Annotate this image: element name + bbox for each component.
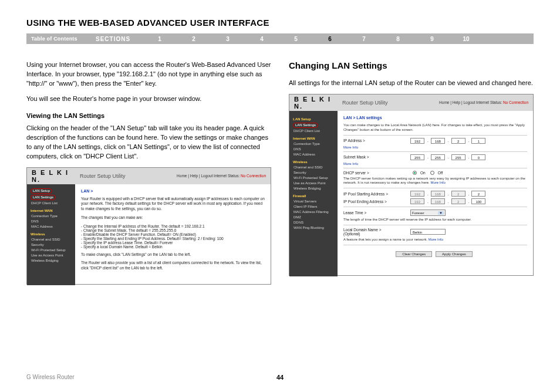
section-num-4[interactable]: 4 bbox=[245, 36, 279, 42]
sidebar-item[interactable]: Use as Access Point bbox=[31, 253, 75, 258]
internet-status: No Connection bbox=[503, 100, 528, 104]
sidebar-item[interactable]: Virtual Servers bbox=[293, 199, 338, 204]
sidebar-dhcp-list[interactable]: DHCP Client List bbox=[31, 201, 75, 206]
sidebar-wireless-header[interactable]: Wireless bbox=[293, 160, 338, 165]
pool-start-label: IP Pool Starting Address > bbox=[343, 192, 408, 196]
more-info-link[interactable]: More Info bbox=[343, 162, 527, 165]
sidebar-item[interactable]: MAC Address bbox=[31, 224, 75, 229]
sidebar-item[interactable]: Use as Access Point bbox=[293, 181, 338, 186]
section-nav: Table of Contents SECTIONS 1 2 3 4 5 6 7… bbox=[26, 33, 534, 44]
changes-list: Change the Internal IP address of the Ro… bbox=[81, 224, 265, 249]
sidebar-item[interactable]: Channel and SSID bbox=[293, 165, 338, 170]
header-links[interactable]: Home | Help | Logout Internet Status: No… bbox=[177, 174, 266, 178]
domain-desc: A feature that lets you assign a name to… bbox=[343, 238, 527, 242]
domain-name-input[interactable]: Belkin bbox=[410, 229, 446, 235]
more-info-link[interactable]: More Info bbox=[429, 238, 443, 241]
header-links[interactable]: Home | Help | Logout Internet Status: No… bbox=[439, 100, 528, 104]
breadcrumb: LAN > bbox=[81, 189, 265, 193]
tail-2: The Router will also provide you with a … bbox=[81, 261, 265, 271]
pool-end-label: IP Pool Ending Address > bbox=[343, 200, 408, 204]
internet-status: No Connection bbox=[241, 174, 266, 178]
sidebar-lan-settings[interactable]: LAN Settings bbox=[31, 195, 56, 200]
sidebar-item[interactable]: Channel and SSID bbox=[31, 237, 75, 242]
toc-label[interactable]: Table of Contents bbox=[31, 36, 96, 42]
utility-title: Router Setup Utility bbox=[336, 100, 439, 106]
sidebar-item[interactable]: Wireless Bridging bbox=[293, 186, 338, 191]
lease-time-value: Forever bbox=[412, 211, 424, 215]
lease-desc: The length of time the DHCP server will … bbox=[343, 218, 527, 222]
sidebar-item[interactable]: DMZ bbox=[293, 215, 338, 220]
section-num-10[interactable]: 10 bbox=[449, 36, 483, 42]
sidebar-item[interactable]: Wi-Fi Protected Setup bbox=[31, 248, 75, 253]
section-num-6[interactable]: 6 bbox=[313, 36, 347, 42]
lease-time-select[interactable]: Forever ▼ bbox=[410, 209, 446, 216]
section-num-9[interactable]: 9 bbox=[415, 36, 449, 42]
router-sidebar: LAN Setup LAN Settings DHCP Client List … bbox=[27, 184, 75, 285]
sidebar-item[interactable]: Security bbox=[293, 170, 338, 175]
mask-octet-3[interactable]: 255 bbox=[451, 154, 465, 160]
sidebar-lan-setup[interactable]: LAN Setup bbox=[31, 188, 52, 194]
pool-end-1: 192 bbox=[410, 198, 424, 204]
belkin-logo: B E L K I N. bbox=[294, 96, 336, 110]
sidebar-item[interactable]: Connection Type bbox=[31, 214, 75, 219]
belkin-logo: B E L K I N. bbox=[32, 169, 74, 183]
sidebar-item[interactable]: DDNS bbox=[293, 220, 338, 225]
more-info-link[interactable]: More Info bbox=[430, 181, 445, 184]
section-num-3[interactable]: 3 bbox=[211, 36, 245, 42]
sidebar-item[interactable]: Wireless Bridging bbox=[31, 258, 75, 263]
sidebar-item[interactable]: Client IP Filters bbox=[293, 204, 338, 209]
pool-end-2: 168 bbox=[431, 198, 445, 204]
sidebar-item[interactable]: MAC Address bbox=[293, 152, 338, 157]
sidebar-wireless-header[interactable]: Wireless bbox=[31, 232, 75, 237]
mask-octet-4[interactable]: 0 bbox=[471, 154, 485, 160]
section-num-1[interactable]: 1 bbox=[143, 36, 177, 42]
list-item: Enable/Disable the DHCP Server Function.… bbox=[81, 232, 265, 236]
section-num-5[interactable]: 5 bbox=[279, 36, 313, 42]
pool-start-2: 168 bbox=[431, 191, 445, 197]
breadcrumb: LAN > LAN settings bbox=[343, 116, 527, 120]
dhcp-on-radio[interactable] bbox=[413, 171, 417, 175]
section-num-7[interactable]: 7 bbox=[347, 36, 381, 42]
apply-changes-button[interactable]: Apply Changes bbox=[436, 251, 473, 257]
subnet-mask-label: Subnet Mask > bbox=[343, 155, 408, 159]
ip-octet-2[interactable]: 168 bbox=[431, 138, 445, 144]
sidebar-lan-settings[interactable]: LAN Settings bbox=[293, 123, 318, 128]
ip-octet-1[interactable]: 192 bbox=[410, 138, 424, 144]
dhcp-server-label: DHCP server > bbox=[343, 171, 408, 175]
sections-label: SECTIONS bbox=[96, 36, 143, 42]
viewing-lan-para: Clicking on the header of the "LAN Setup… bbox=[26, 124, 271, 161]
page-title: USING THE WEB-BASED ADVANCED USER INTERF… bbox=[26, 18, 534, 28]
sidebar-item[interactable]: WAN Ping Blocking bbox=[293, 225, 338, 231]
sidebar-wan-header[interactable]: Internet WAN bbox=[31, 208, 75, 214]
pool-end-4[interactable]: 100 bbox=[471, 198, 485, 204]
sidebar-item[interactable]: DNS bbox=[293, 147, 338, 152]
mask-octet-1[interactable]: 255 bbox=[410, 154, 424, 160]
sidebar-dhcp-list[interactable]: DHCP Client List bbox=[293, 129, 338, 134]
sidebar-wan-header[interactable]: Internet WAN bbox=[293, 136, 338, 141]
clear-changes-button[interactable]: Clear Changes bbox=[396, 251, 432, 257]
header-link-text[interactable]: Home | Help | Logout Internet Status: bbox=[439, 100, 502, 104]
mask-octet-2[interactable]: 255 bbox=[431, 154, 445, 160]
sidebar-firewall-header[interactable]: Firewall bbox=[293, 194, 338, 199]
footer-product: G Wireless Router bbox=[26, 374, 75, 380]
sidebar-item[interactable]: DNS bbox=[31, 219, 75, 224]
more-info-link[interactable]: More Info bbox=[343, 146, 527, 149]
sidebar-item[interactable]: Wi-Fi Protected Setup bbox=[293, 175, 338, 181]
changes-intro: The changes that you can make are: bbox=[81, 215, 265, 221]
sidebar-item[interactable]: Security bbox=[31, 242, 75, 248]
list-item: Specify a local Domain Name. Default = B… bbox=[81, 245, 265, 249]
section-num-2[interactable]: 2 bbox=[177, 36, 211, 42]
ip-octet-3[interactable]: 2 bbox=[451, 138, 465, 144]
sidebar-lan-setup[interactable]: LAN Setup bbox=[293, 117, 338, 122]
header-link-text[interactable]: Home | Help | Logout Internet Status: bbox=[177, 174, 239, 178]
sidebar-item[interactable]: MAC Address Filtering bbox=[293, 209, 338, 215]
ip-address-label: IP Address > bbox=[343, 138, 408, 143]
pool-start-4[interactable]: 2 bbox=[471, 191, 485, 197]
section-num-8[interactable]: 8 bbox=[381, 36, 415, 42]
pool-end-3: 2 bbox=[451, 198, 465, 204]
dhcp-on-text: On bbox=[420, 171, 426, 175]
dhcp-off-radio[interactable] bbox=[430, 171, 434, 175]
dhcp-off-text: Off bbox=[438, 171, 443, 175]
sidebar-item[interactable]: Connection Type bbox=[293, 141, 338, 147]
ip-octet-4[interactable]: 1 bbox=[471, 138, 485, 144]
